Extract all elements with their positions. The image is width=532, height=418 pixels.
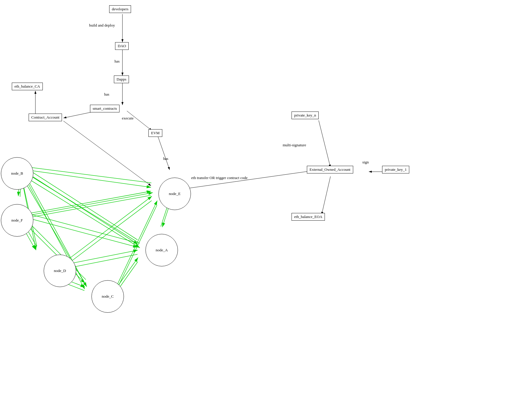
edge-contractaccount-nodeE — [63, 121, 151, 186]
label-has2: has — [104, 92, 109, 97]
node-c: node_C — [91, 280, 124, 313]
edge-B-A-2 — [23, 176, 140, 248]
node-d-label: node_D — [54, 268, 66, 273]
node-dao: DAO — [115, 42, 129, 50]
node-b-label: node_B — [11, 171, 23, 176]
node-eth-balance-ca: eth_balance_CA — [12, 83, 43, 90]
node-contract-account: Contract_Account — [29, 114, 62, 121]
node-dao-label: DAO — [118, 44, 126, 48]
node-eoa: External_Owned_Account — [307, 166, 353, 173]
node-d: node_D — [44, 255, 76, 287]
edge-A-F-1 — [24, 213, 137, 243]
node-c-label: node_C — [102, 294, 114, 299]
node-e-label: node_E — [169, 191, 181, 196]
edge-smart-contract — [63, 112, 94, 118]
label-has1: has — [114, 59, 120, 64]
node-b: node_B — [1, 157, 33, 190]
node-smart-label: smart_contracts — [93, 106, 117, 111]
node-dapps: Dapps — [114, 76, 129, 83]
node-a: node_A — [145, 234, 178, 266]
edge-E-F-1 — [24, 195, 151, 218]
edge-E-B-1 — [25, 167, 151, 183]
node-evm: EVM — [148, 129, 162, 137]
node-developers: developers — [109, 5, 131, 13]
node-eth-balance-eoa: eth_balance_EOA — [292, 213, 325, 221]
node-smart-contracts: smart_contracts — [90, 105, 120, 112]
node-eoa-label: External_Owned_Account — [310, 167, 351, 172]
node-dapps-label: Dapps — [117, 77, 126, 81]
node-ethbalanceeoa-label: eth_balance_EOA — [294, 214, 322, 219]
edge-C-A-1 — [116, 258, 138, 288]
label-sign: sign — [362, 160, 369, 165]
node-f-label: node_F — [12, 218, 23, 223]
node-a-label: node_A — [155, 248, 168, 253]
node-private-key-n: private_key_n — [292, 112, 319, 119]
node-e: node_E — [158, 178, 191, 210]
edge-B-E-1 — [24, 170, 151, 187]
label-eth-transfer: eth transfer OR trigger contract code — [191, 176, 248, 180]
edge-F-A-1 — [24, 217, 137, 247]
edge-A-B-2 — [23, 171, 140, 243]
node-ethca-label: eth_balance_CA — [14, 84, 40, 88]
diagram-svg — [0, 0, 532, 418]
node-f: node_F — [1, 204, 33, 237]
label-execute: execute — [122, 116, 134, 121]
node-contract-label: Contract_Account — [31, 115, 59, 119]
edge-eoa-ethbalanceeoa — [322, 176, 330, 215]
label-has3: has — [163, 156, 168, 161]
edge-F-E-1 — [25, 191, 151, 214]
node-pkn-label: private_key_n — [294, 113, 316, 117]
label-multi-sig: multi-signature — [283, 143, 306, 147]
diagram-canvas: developers DAO Dapps smart_contracts Con… — [0, 0, 532, 418]
node-pk1-label: private_key_1 — [385, 167, 407, 172]
edge-evm-nodeE — [158, 136, 170, 170]
edge-pkn-eoa — [319, 120, 330, 168]
label-build-deploy: build and deploy — [89, 23, 115, 28]
edge-D-A-1 — [68, 250, 138, 264]
node-evm-label: EVM — [151, 131, 160, 135]
node-private-key-1: private_key_1 — [382, 166, 409, 173]
edge-smart-evm — [127, 111, 152, 131]
node-developers-label: developers — [112, 7, 128, 11]
edge-E-D-1 — [68, 201, 152, 264]
